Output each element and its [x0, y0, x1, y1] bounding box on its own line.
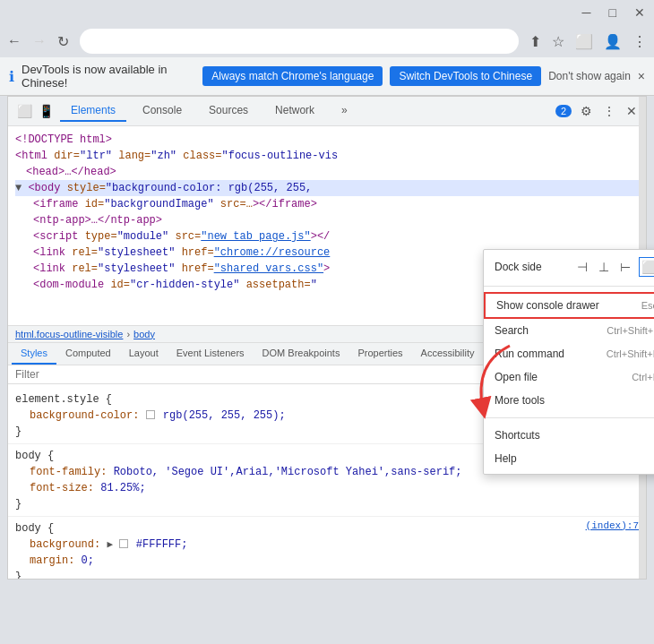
- switch-devtools-button[interactable]: Switch DevTools to Chinese: [390, 66, 541, 86]
- match-language-button[interactable]: Always match Chrome's language: [202, 66, 383, 86]
- window-controls: ─ □ ✕: [581, 4, 647, 21]
- dom-line: <iframe id="backgroundImage" src=…></ifr…: [15, 196, 639, 212]
- profile-icon[interactable]: 👤: [604, 33, 622, 50]
- dock-row: Dock side ⊣ ⊥ ⊢ ⬜: [484, 253, 654, 280]
- inspect-icons: ⬜ 📱: [15, 102, 55, 120]
- color-swatch-2: [119, 539, 128, 548]
- breadcrumb-item-html[interactable]: html.focus-outline-visible: [15, 329, 123, 339]
- menu-item-label: Show console drawer: [496, 299, 599, 312]
- dock-bottom-icon[interactable]: ⊥: [596, 257, 612, 277]
- tab-network[interactable]: Network: [264, 100, 325, 122]
- inspect-element-icon[interactable]: ⬜: [15, 102, 33, 120]
- dock-side-label: Dock side: [495, 261, 567, 273]
- tab-event-listeners[interactable]: Event Listeners: [168, 343, 254, 365]
- filter-input[interactable]: [15, 368, 492, 381]
- dom-line: <!DOCTYPE html>: [15, 132, 639, 148]
- tab-search-icon[interactable]: ⬜: [575, 33, 593, 50]
- dock-left-icon[interactable]: ⊣: [574, 257, 590, 277]
- tab-console[interactable]: Console: [132, 100, 193, 122]
- forward-icon: →: [32, 33, 47, 49]
- menu-item-label: Run command: [495, 348, 564, 360]
- menu-item-run-command[interactable]: Run command Ctrl+Shift+P: [484, 342, 654, 365]
- tab-properties[interactable]: Properties: [349, 343, 411, 365]
- devtools-panel: ⬜ 📱 Elements Console Sources Network » 2…: [7, 96, 647, 580]
- menu-item-open-file[interactable]: Open file Ctrl+P: [484, 365, 654, 389]
- settings-icon[interactable]: ⚙: [579, 102, 594, 120]
- menu-divider-2: [484, 417, 654, 418]
- dom-line-selected[interactable]: ▼ <body style="background-color: rgb(255…: [15, 180, 639, 196]
- menu-item-shortcut: Esc: [641, 300, 654, 311]
- menu-item-label: Help: [495, 452, 517, 465]
- maximize-button[interactable]: □: [607, 4, 618, 21]
- device-toolbar-icon[interactable]: 📱: [37, 102, 55, 120]
- devtools-header-icons: 2 ⚙ ⋮ ✕: [555, 102, 639, 120]
- menu-item-shortcut: Ctrl+Shift+F: [607, 325, 654, 336]
- toolbar-icons: ⬆ ☆ ⬜ 👤 ⋮: [529, 33, 647, 50]
- menu-section-dock: Dock side ⊣ ⊥ ⊢ ⬜: [484, 250, 654, 284]
- tab-accessibility[interactable]: Accessibility: [412, 343, 484, 365]
- menu-section-items: Show console drawer Esc Search Ctrl+Shif…: [484, 288, 654, 416]
- tab-computed[interactable]: Computed: [56, 343, 120, 365]
- menu-item-help[interactable]: Help: [484, 447, 654, 470]
- dom-line: <ntp-app>…</ntp-app>: [15, 212, 639, 228]
- bookmark-icon[interactable]: ☆: [552, 33, 564, 50]
- menu-item-label: Shortcuts: [495, 429, 540, 442]
- tab-sources[interactable]: Sources: [198, 100, 259, 122]
- dom-line: <script type="module" src="new tab page.…: [15, 228, 639, 245]
- menu-item-label: More tools: [495, 394, 545, 407]
- dom-line: <html dir="ltr" lang="zh" class="focus-o…: [15, 148, 639, 164]
- menu-item-more-tools[interactable]: More tools ›: [484, 389, 654, 412]
- dom-line: <head>…</head>: [15, 164, 639, 180]
- minimize-button[interactable]: ─: [581, 4, 593, 21]
- refresh-icon: ↻: [57, 33, 69, 50]
- tab-dom-breakpoints[interactable]: DOM Breakpoints: [254, 343, 349, 365]
- menu-item-search[interactable]: Search Ctrl+Shift+F: [484, 319, 654, 342]
- menu-section-help: Shortcuts Help: [484, 420, 654, 474]
- tab-more[interactable]: »: [331, 100, 358, 122]
- menu-icon[interactable]: ⋮: [632, 33, 647, 50]
- css-block-body-2: (index):7 body { background: ▶ #FFFFFF; …: [8, 517, 646, 580]
- browser-toolbar: ← → ↻ ⬆ ☆ ⬜ 👤 ⋮: [0, 25, 654, 57]
- more-options-icon[interactable]: ⋮: [601, 102, 617, 120]
- menu-item-shortcut: Ctrl+Shift+P: [607, 348, 654, 359]
- menu-item-shortcuts[interactable]: Shortcuts: [484, 424, 654, 447]
- breadcrumb-item-body[interactable]: body: [133, 329, 155, 339]
- menu-item-shortcut: Ctrl+P: [632, 372, 654, 382]
- tab-styles[interactable]: Styles: [12, 343, 56, 365]
- devtools-close-icon[interactable]: ✕: [624, 102, 639, 120]
- tab-elements[interactable]: Elements: [60, 100, 126, 122]
- notification-text: DevTools is now available in Chinese!: [22, 63, 195, 90]
- menu-item-label: Search: [495, 324, 529, 337]
- color-swatch: [146, 410, 155, 419]
- dont-show-again-button[interactable]: Don't show again: [548, 70, 631, 82]
- notification-close-button[interactable]: ×: [638, 69, 645, 83]
- share-icon[interactable]: ⬆: [529, 33, 541, 50]
- notification-bar: ℹ DevTools is now available in Chinese! …: [0, 57, 654, 96]
- menu-item-show-console-drawer[interactable]: Show console drawer Esc: [484, 292, 654, 319]
- dropdown-menu: Dock side ⊣ ⊥ ⊢ ⬜ Show console drawer Es…: [483, 249, 654, 475]
- devtools-header: ⬜ 📱 Elements Console Sources Network » 2…: [8, 97, 646, 126]
- close-button[interactable]: ✕: [632, 4, 647, 21]
- back-icon: ←: [7, 33, 22, 49]
- css-source-link-2[interactable]: (index):7: [586, 520, 639, 531]
- menu-divider-1: [484, 286, 654, 287]
- notifications-badge: 2: [555, 105, 572, 117]
- dock-icons: ⊣ ⊥ ⊢ ⬜: [574, 257, 654, 277]
- menu-item-label: Open file: [495, 371, 538, 383]
- tab-layout[interactable]: Layout: [120, 343, 168, 365]
- dock-undock-icon[interactable]: ⬜: [639, 257, 654, 277]
- title-bar: ─ □ ✕: [0, 0, 654, 25]
- dock-right-icon[interactable]: ⊢: [617, 257, 633, 277]
- info-icon: ℹ: [9, 68, 14, 85]
- address-bar[interactable]: [80, 29, 519, 54]
